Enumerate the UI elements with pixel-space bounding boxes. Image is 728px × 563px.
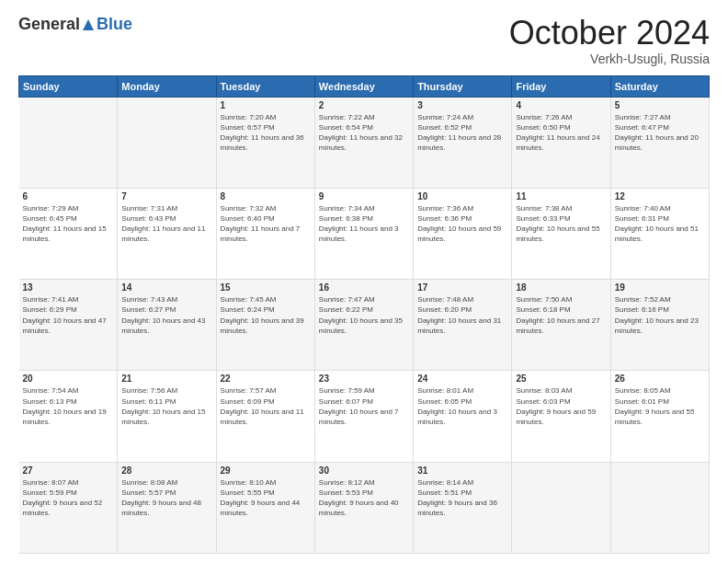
day-info: Sunrise: 7:40 AM Sunset: 6:31 PM Dayligh… (615, 203, 705, 245)
weekday-header-row: SundayMondayTuesdayWednesdayThursdayFrid… (19, 75, 710, 97)
day-cell: 30Sunrise: 8:12 AM Sunset: 5:53 PM Dayli… (314, 462, 413, 553)
day-number: 26 (615, 373, 705, 384)
day-cell: 21Sunrise: 7:56 AM Sunset: 6:11 PM Dayli… (118, 371, 216, 462)
day-info: Sunrise: 7:54 AM Sunset: 6:13 PM Dayligh… (23, 385, 114, 427)
weekday-header-friday: Friday (512, 75, 610, 97)
day-cell (19, 97, 118, 188)
day-info: Sunrise: 8:08 AM Sunset: 5:57 PM Dayligh… (121, 477, 211, 519)
day-cell: 20Sunrise: 7:54 AM Sunset: 6:13 PM Dayli… (19, 371, 118, 462)
day-cell: 9Sunrise: 7:34 AM Sunset: 6:38 PM Daylig… (314, 188, 413, 279)
day-cell: 29Sunrise: 8:10 AM Sunset: 5:55 PM Dayli… (216, 462, 314, 553)
day-info: Sunrise: 7:26 AM Sunset: 6:50 PM Dayligh… (516, 112, 606, 154)
weekday-header-sunday: Sunday (19, 75, 118, 97)
day-number: 24 (417, 373, 507, 384)
day-cell: 23Sunrise: 7:59 AM Sunset: 6:07 PM Dayli… (314, 371, 413, 462)
day-info: Sunrise: 7:20 AM Sunset: 6:57 PM Dayligh… (221, 112, 311, 154)
day-number: 28 (121, 465, 211, 476)
day-info: Sunrise: 8:03 AM Sunset: 6:03 PM Dayligh… (516, 385, 606, 427)
day-info: Sunrise: 8:05 AM Sunset: 6:01 PM Dayligh… (615, 385, 705, 427)
day-cell: 19Sunrise: 7:52 AM Sunset: 6:16 PM Dayli… (610, 280, 709, 371)
day-cell: 5Sunrise: 7:27 AM Sunset: 6:47 PM Daylig… (610, 97, 709, 188)
day-info: Sunrise: 7:34 AM Sunset: 6:38 PM Dayligh… (319, 203, 409, 245)
day-number: 15 (221, 282, 311, 293)
calendar-table: SundayMondayTuesdayWednesdayThursdayFrid… (18, 75, 710, 554)
day-number: 19 (615, 282, 705, 293)
day-info: Sunrise: 7:52 AM Sunset: 6:16 PM Dayligh… (615, 294, 705, 336)
day-info: Sunrise: 7:57 AM Sunset: 6:09 PM Dayligh… (221, 385, 311, 427)
day-number: 13 (23, 282, 114, 293)
logo-general-text: General (18, 15, 80, 34)
header: General Blue October 2024 Verkh-Usugli, … (18, 15, 710, 66)
day-info: Sunrise: 7:31 AM Sunset: 6:43 PM Dayligh… (121, 203, 211, 245)
day-info: Sunrise: 7:41 AM Sunset: 6:29 PM Dayligh… (23, 294, 114, 336)
day-number: 23 (319, 373, 409, 384)
day-number: 12 (615, 191, 705, 201)
day-cell: 26Sunrise: 8:05 AM Sunset: 6:01 PM Dayli… (610, 371, 709, 462)
day-info: Sunrise: 7:29 AM Sunset: 6:45 PM Dayligh… (23, 203, 114, 245)
week-row-2: 6Sunrise: 7:29 AM Sunset: 6:45 PM Daylig… (19, 188, 710, 279)
day-cell: 14Sunrise: 7:43 AM Sunset: 6:27 PM Dayli… (118, 280, 216, 371)
day-number: 8 (221, 191, 311, 201)
day-cell: 6Sunrise: 7:29 AM Sunset: 6:45 PM Daylig… (19, 188, 118, 279)
day-cell: 10Sunrise: 7:36 AM Sunset: 6:36 PM Dayli… (414, 188, 512, 279)
day-cell: 16Sunrise: 7:47 AM Sunset: 6:22 PM Dayli… (314, 280, 413, 371)
day-info: Sunrise: 7:36 AM Sunset: 6:36 PM Dayligh… (417, 203, 507, 245)
weekday-header-saturday: Saturday (610, 75, 709, 97)
day-cell: 2Sunrise: 7:22 AM Sunset: 6:54 PM Daylig… (314, 97, 413, 188)
day-info: Sunrise: 7:32 AM Sunset: 6:40 PM Dayligh… (221, 203, 311, 245)
day-cell: 4Sunrise: 7:26 AM Sunset: 6:50 PM Daylig… (512, 97, 610, 188)
day-cell: 11Sunrise: 7:38 AM Sunset: 6:33 PM Dayli… (512, 188, 610, 279)
month-title: October 2024 (509, 15, 710, 52)
day-number: 11 (516, 191, 606, 201)
day-number: 1 (221, 100, 311, 110)
day-cell: 18Sunrise: 7:50 AM Sunset: 6:18 PM Dayli… (512, 280, 610, 371)
day-info: Sunrise: 7:27 AM Sunset: 6:47 PM Dayligh… (615, 112, 705, 154)
day-number: 25 (516, 373, 606, 384)
weekday-header-monday: Monday (118, 75, 216, 97)
day-number: 30 (319, 465, 409, 476)
day-number: 3 (417, 100, 507, 110)
day-info: Sunrise: 8:14 AM Sunset: 5:51 PM Dayligh… (417, 477, 507, 519)
day-number: 5 (615, 100, 705, 110)
day-number: 7 (121, 191, 211, 201)
day-info: Sunrise: 8:12 AM Sunset: 5:53 PM Dayligh… (319, 477, 409, 519)
week-row-1: 1Sunrise: 7:20 AM Sunset: 6:57 PM Daylig… (19, 97, 710, 188)
day-number: 31 (417, 465, 507, 476)
day-info: Sunrise: 8:10 AM Sunset: 5:55 PM Dayligh… (221, 477, 311, 519)
day-number: 4 (516, 100, 606, 110)
day-cell: 24Sunrise: 8:01 AM Sunset: 6:05 PM Dayli… (414, 371, 512, 462)
day-cell (118, 97, 216, 188)
day-info: Sunrise: 7:24 AM Sunset: 6:52 PM Dayligh… (417, 112, 507, 154)
day-info: Sunrise: 8:01 AM Sunset: 6:05 PM Dayligh… (417, 385, 507, 427)
day-number: 21 (121, 373, 211, 384)
day-number: 29 (221, 465, 311, 476)
title-block: October 2024 Verkh-Usugli, Russia (509, 15, 710, 66)
day-number: 20 (23, 373, 114, 384)
day-cell (610, 462, 709, 553)
day-number: 27 (23, 465, 114, 476)
day-info: Sunrise: 7:45 AM Sunset: 6:24 PM Dayligh… (221, 294, 311, 336)
day-cell: 1Sunrise: 7:20 AM Sunset: 6:57 PM Daylig… (216, 97, 314, 188)
day-cell: 12Sunrise: 7:40 AM Sunset: 6:31 PM Dayli… (610, 188, 709, 279)
day-number: 6 (23, 191, 114, 201)
day-cell: 15Sunrise: 7:45 AM Sunset: 6:24 PM Dayli… (216, 280, 314, 371)
day-cell: 27Sunrise: 8:07 AM Sunset: 5:59 PM Dayli… (19, 462, 118, 553)
weekday-header-tuesday: Tuesday (216, 75, 314, 97)
day-cell: 28Sunrise: 8:08 AM Sunset: 5:57 PM Dayli… (118, 462, 216, 553)
week-row-5: 27Sunrise: 8:07 AM Sunset: 5:59 PM Dayli… (19, 462, 710, 553)
day-cell: 22Sunrise: 7:57 AM Sunset: 6:09 PM Dayli… (216, 371, 314, 462)
day-cell: 17Sunrise: 7:48 AM Sunset: 6:20 PM Dayli… (414, 280, 512, 371)
day-number: 10 (417, 191, 507, 201)
logo: General Blue (18, 15, 132, 34)
day-cell: 8Sunrise: 7:32 AM Sunset: 6:40 PM Daylig… (216, 188, 314, 279)
logo-blue-text: Blue (97, 15, 132, 34)
day-number: 9 (319, 191, 409, 201)
logo-icon (81, 17, 96, 32)
svg-marker-0 (83, 19, 94, 30)
day-cell: 7Sunrise: 7:31 AM Sunset: 6:43 PM Daylig… (118, 188, 216, 279)
day-info: Sunrise: 7:43 AM Sunset: 6:27 PM Dayligh… (121, 294, 211, 336)
day-cell: 13Sunrise: 7:41 AM Sunset: 6:29 PM Dayli… (19, 280, 118, 371)
day-info: Sunrise: 7:56 AM Sunset: 6:11 PM Dayligh… (121, 385, 211, 427)
day-info: Sunrise: 7:47 AM Sunset: 6:22 PM Dayligh… (319, 294, 409, 336)
day-number: 17 (417, 282, 507, 293)
